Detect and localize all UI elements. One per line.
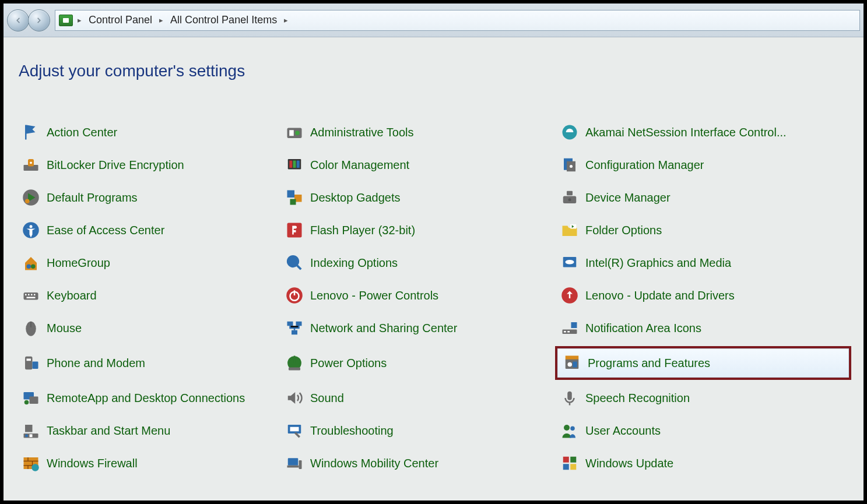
arrow-left-icon <box>14 16 22 24</box>
color-management-item[interactable]: Color Management <box>282 154 545 176</box>
administrative-tools-item[interactable]: Administrative Tools <box>282 121 545 143</box>
programs-features-item[interactable]: Programs and Features <box>555 346 851 380</box>
folder-options-item[interactable]: Folder Options <box>557 219 849 241</box>
navigation-bar: ▸ Control Panel ▸ All Control Panel Item… <box>3 3 864 37</box>
item-label: Flash Player (32-bit) <box>310 224 415 237</box>
power-icon <box>286 354 303 372</box>
svg-rect-50 <box>33 362 38 369</box>
svg-rect-77 <box>563 464 569 470</box>
troubleshoot-icon <box>286 422 303 439</box>
svg-point-56 <box>568 362 573 367</box>
breadcrumb-control-panel[interactable]: Control Panel <box>86 13 155 27</box>
breadcrumb-all-items[interactable]: All Control Panel Items <box>168 13 279 27</box>
svg-rect-31 <box>24 292 38 300</box>
svg-rect-48 <box>25 357 33 370</box>
lenovo-update-item[interactable]: Lenovo - Update and Drivers <box>557 284 849 306</box>
remoteapp-item[interactable]: RemoteApp and Desktop Connections <box>19 387 269 409</box>
troubleshooting-item[interactable]: Troubleshooting <box>282 420 545 442</box>
sound-item[interactable]: Sound <box>282 387 545 409</box>
chevron-right-icon: ▸ <box>157 16 166 24</box>
power-options-item[interactable]: Power Options <box>282 350 545 376</box>
svg-rect-75 <box>563 457 569 463</box>
svg-rect-16 <box>287 191 295 198</box>
item-label: Color Management <box>310 158 409 172</box>
phone-icon <box>22 354 40 372</box>
mouse-item[interactable]: Mouse <box>19 317 269 339</box>
user-accounts-item[interactable]: User Accounts <box>557 420 849 442</box>
back-button[interactable] <box>7 9 29 31</box>
ease-of-access-item[interactable]: Ease of Access Center <box>19 219 269 241</box>
svg-point-2 <box>295 131 300 136</box>
item-label: Action Center <box>47 126 117 139</box>
network-sharing-item[interactable]: Network and Sharing Center <box>282 317 545 339</box>
default-programs-item[interactable]: Default Programs <box>19 186 269 209</box>
item-label: User Accounts <box>585 424 661 438</box>
item-label: Intel(R) Graphics and Media <box>585 256 731 270</box>
akamai-item[interactable]: Akamai NetSession Interface Control... <box>557 121 849 143</box>
configuration-manager-item[interactable]: Configuration Manager <box>557 154 849 176</box>
svg-rect-74 <box>299 460 302 469</box>
color-mgmt-icon <box>286 156 303 174</box>
svg-rect-57 <box>573 362 577 368</box>
windows-update-item[interactable]: Windows Update <box>557 452 849 474</box>
folder-icon <box>561 221 578 239</box>
content-area: Adjust your computer's settings Action C… <box>3 37 864 486</box>
device-manager-item[interactable]: Device Manager <box>557 186 849 209</box>
lenovo-power-item[interactable]: Lenovo - Power Controls <box>282 284 545 306</box>
control-panel-icon <box>59 15 73 26</box>
forward-button[interactable] <box>28 9 50 31</box>
svg-point-68 <box>564 425 570 431</box>
phone-modem-item[interactable]: Phone and Modem <box>19 350 269 376</box>
item-label: Windows Firewall <box>47 457 138 470</box>
action-center-item[interactable]: Action Center <box>19 121 269 143</box>
item-label: Windows Mobility Center <box>310 457 438 470</box>
item-label: Network and Sharing Center <box>310 322 457 335</box>
ease-access-icon <box>22 221 40 239</box>
svg-point-60 <box>24 400 29 405</box>
desktop-gadgets-item[interactable]: Desktop Gadgets <box>282 186 545 209</box>
control-panel-items-grid: Action Center Administrative Tools Akama… <box>19 121 848 474</box>
item-label: Lenovo - Update and Drivers <box>585 289 735 302</box>
homegroup-item[interactable]: HomeGroup <box>19 252 269 274</box>
item-label: Windows Update <box>585 457 673 470</box>
firewall-icon <box>22 454 40 472</box>
svg-rect-32 <box>25 294 27 296</box>
svg-point-63 <box>25 434 28 437</box>
item-label: Akamai NetSession Interface Control... <box>585 126 787 139</box>
flag-icon <box>22 124 40 141</box>
homegroup-icon <box>22 254 40 272</box>
svg-rect-59 <box>30 397 38 404</box>
svg-rect-20 <box>567 191 573 196</box>
config-mgr-icon <box>561 156 578 174</box>
svg-point-27 <box>31 265 36 269</box>
item-label: Troubleshooting <box>310 424 394 438</box>
intel-graphics-item[interactable]: Intel(R) Graphics and Media <box>557 252 849 274</box>
programs-icon <box>563 354 581 372</box>
bitlocker-item[interactable]: BitLocker Drive Encryption <box>19 154 269 176</box>
windows-firewall-item[interactable]: Windows Firewall <box>19 452 269 474</box>
svg-rect-65 <box>25 425 33 432</box>
page-heading: Adjust your computer's settings <box>19 62 848 80</box>
svg-rect-64 <box>30 434 33 437</box>
taskbar-start-item[interactable]: Taskbar and Start Menu <box>19 420 269 442</box>
flash-player-item[interactable]: Flash Player (32-bit) <box>282 219 545 241</box>
item-label: Folder Options <box>585 224 662 237</box>
windows-mobility-item[interactable]: Windows Mobility Center <box>282 452 545 474</box>
item-label: Sound <box>310 392 344 405</box>
indexing-options-item[interactable]: Indexing Options <box>282 252 545 274</box>
lenovo-power-icon <box>286 287 303 304</box>
arrow-right-icon <box>35 16 43 24</box>
gadgets-icon <box>286 189 303 206</box>
keyboard-item[interactable]: Keyboard <box>19 284 269 306</box>
speech-recognition-item[interactable]: Speech Recognition <box>557 387 849 409</box>
remoteapp-icon <box>22 389 40 407</box>
notification-area-item[interactable]: Notification Area Icons <box>557 317 849 339</box>
lock-drive-icon <box>22 156 40 174</box>
address-bar[interactable]: ▸ Control Panel ▸ All Control Panel Item… <box>55 10 860 31</box>
item-label: Phone and Modem <box>47 357 145 370</box>
svg-point-71 <box>31 464 39 471</box>
svg-rect-76 <box>570 457 576 463</box>
svg-rect-41 <box>287 322 293 326</box>
svg-point-28 <box>288 256 299 267</box>
admin-tools-icon <box>286 124 303 141</box>
